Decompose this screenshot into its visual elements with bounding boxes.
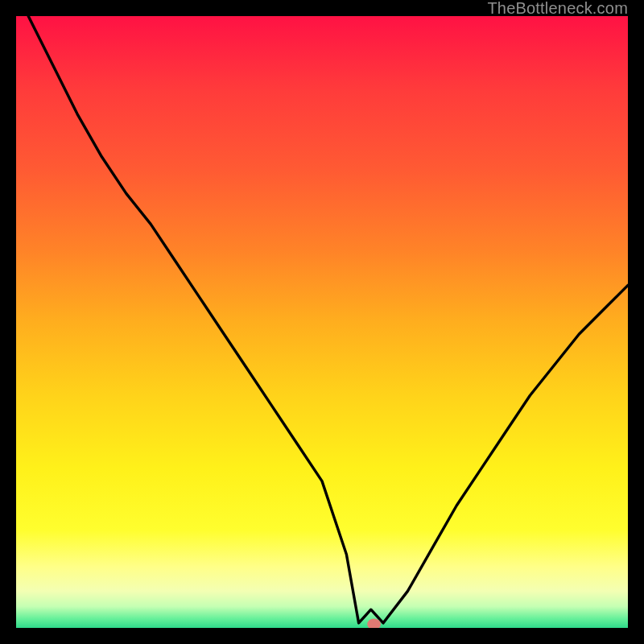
plot-area xyxy=(16,16,628,628)
chart-frame: TheBottleneck.com xyxy=(0,0,644,644)
attribution-text: TheBottleneck.com xyxy=(487,0,628,16)
gradient-background xyxy=(16,16,628,628)
chart-svg xyxy=(16,16,628,628)
